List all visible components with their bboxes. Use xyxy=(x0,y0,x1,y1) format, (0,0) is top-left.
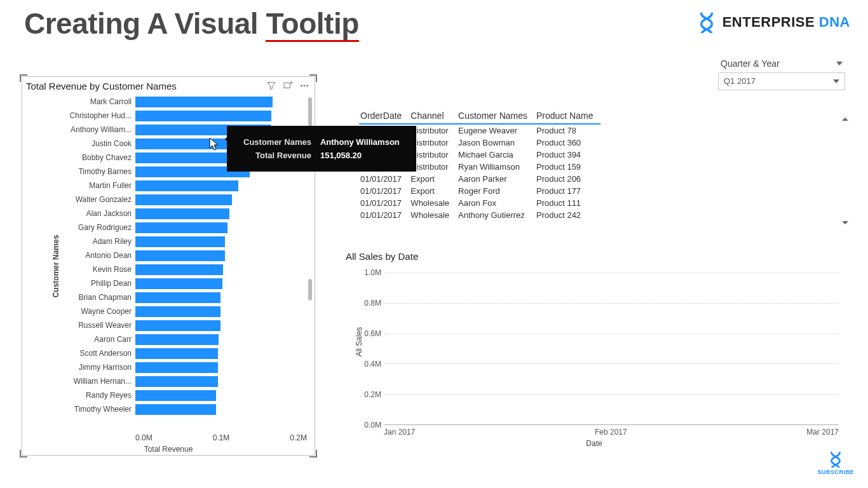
more-options-icon[interactable] xyxy=(299,81,309,91)
bar-category-label: Christopher Hud... xyxy=(22,111,135,120)
bar-category-label: Scott Anderson xyxy=(22,349,135,358)
visual-title: All Sales by Date xyxy=(346,251,845,262)
table-cell: Anthony Gutierrez xyxy=(457,209,535,221)
bar[interactable] xyxy=(135,194,232,205)
bar[interactable] xyxy=(135,236,225,247)
x-tick: Jan 2017 xyxy=(384,428,415,437)
bar-row[interactable]: Phillip Dean xyxy=(22,276,315,290)
bar[interactable] xyxy=(135,306,220,317)
bar-category-label: Russell Weaver xyxy=(22,321,135,330)
table-cell: Export xyxy=(409,185,457,197)
bar-row[interactable]: Russell Weaver xyxy=(22,318,315,332)
bar[interactable] xyxy=(135,250,225,261)
bar[interactable] xyxy=(135,404,216,415)
y-tick: 0.6M xyxy=(343,329,381,338)
svg-point-1 xyxy=(301,85,302,86)
x-tick: 0.1M xyxy=(213,433,230,442)
table-header[interactable]: Channel xyxy=(409,108,457,124)
bar[interactable] xyxy=(135,334,219,345)
bar-category-label: Antonio Dean xyxy=(22,251,135,260)
bar[interactable] xyxy=(135,292,220,303)
all-sales-by-date-visual[interactable]: All Sales by Date All Sales Jan 2017 Feb… xyxy=(343,251,845,448)
tooltip-value: Anthony Williamson xyxy=(316,136,403,148)
bar[interactable] xyxy=(135,264,223,275)
bar[interactable] xyxy=(135,320,220,331)
page-title: Creating A Visual Tooltip xyxy=(24,6,359,41)
page-title-text2: Tooltip xyxy=(266,7,358,42)
scroll-up-arrow-icon[interactable] xyxy=(842,114,848,121)
bar[interactable] xyxy=(135,222,227,233)
table-scrollbar[interactable] xyxy=(841,114,850,229)
bar-row[interactable]: Antonio Dean xyxy=(22,248,315,262)
table-cell: Distributor xyxy=(409,124,457,137)
bar-row[interactable]: Brian Chapman xyxy=(22,290,315,304)
bar-row[interactable]: Wayne Cooper xyxy=(22,304,315,318)
table-header[interactable]: Customer Names xyxy=(457,108,535,124)
bar-category-label: Wayne Cooper xyxy=(22,307,135,316)
table-cell: Distributor xyxy=(409,149,457,161)
table-row[interactable]: 01/01/2017WholesaleAaron FoxProduct 111 xyxy=(359,197,600,209)
slicer-dropdown[interactable]: Q1 2017 xyxy=(718,72,845,90)
table-cell: Michael Garcia xyxy=(457,149,535,161)
bar-row[interactable]: Walter Gonzalez xyxy=(22,193,315,207)
table-cell: Distributor xyxy=(409,137,457,149)
table-row[interactable]: 01/01/2017WholesaleAnthony GutierrezProd… xyxy=(359,209,600,221)
bar-row[interactable]: Randy Reyes xyxy=(22,388,315,402)
bar-category-label: William Hernan... xyxy=(22,377,135,386)
bar-row[interactable]: Martin Fuller xyxy=(22,179,315,193)
chevron-down-icon xyxy=(833,79,839,83)
table-cell: Product 159 xyxy=(535,161,600,173)
sales-table[interactable]: OrderDateChannelCustomer NamesProduct Na… xyxy=(359,108,848,232)
bar[interactable] xyxy=(135,390,216,401)
bar-category-label: Bobby Chavez xyxy=(22,153,135,162)
tooltip-label: Total Revenue xyxy=(240,149,315,161)
bar-row[interactable]: Adam Riley xyxy=(22,234,315,248)
bar-category-label: Gary Rodriguez xyxy=(22,223,135,232)
mouse-cursor-icon xyxy=(209,137,220,151)
x-tick: Mar 2017 xyxy=(806,428,839,437)
bar[interactable] xyxy=(135,208,229,219)
bar-row[interactable]: Kevin Rose xyxy=(22,262,315,276)
table-cell: 01/01/2017 xyxy=(359,209,409,221)
table-header[interactable]: OrderDate xyxy=(359,108,409,124)
bar-row[interactable]: Timothy Wheeler xyxy=(22,402,315,416)
scroll-down-arrow-icon[interactable] xyxy=(842,221,848,227)
bar[interactable] xyxy=(135,278,222,289)
table-row[interactable]: 01/01/2017ExportRoger FordProduct 177 xyxy=(359,185,600,197)
bar-row[interactable]: Gary Rodriguez xyxy=(22,220,315,234)
bar[interactable] xyxy=(135,111,271,121)
bar-row[interactable]: Jimmy Harrison xyxy=(22,360,315,374)
chevron-down-icon[interactable] xyxy=(836,62,843,65)
bar-category-label: Timothy Barnes xyxy=(22,167,135,176)
selection-handle[interactable] xyxy=(20,74,27,82)
focus-mode-icon[interactable] xyxy=(283,81,293,91)
bar-row[interactable]: William Hernan... xyxy=(22,374,315,388)
svg-rect-0 xyxy=(284,83,290,88)
slicer-value: Q1 2017 xyxy=(724,73,756,90)
x-tick: 0.2M xyxy=(290,433,307,442)
bar-row[interactable]: Mark Carroll xyxy=(22,95,315,109)
table-header[interactable]: Product Name xyxy=(535,108,600,124)
y-tick: 0.8M xyxy=(343,299,381,308)
quarter-year-slicer[interactable]: Quarter & Year Q1 2017 xyxy=(718,58,845,90)
filter-icon[interactable] xyxy=(266,81,276,91)
tooltip-value: 151,058.20 xyxy=(316,149,403,161)
bar[interactable] xyxy=(135,376,218,387)
bar[interactable] xyxy=(135,180,238,191)
table-row[interactable]: 01/01/2017ExportAaron ParkerProduct 206 xyxy=(359,173,600,185)
bar-row[interactable]: Scott Anderson xyxy=(22,346,315,360)
dna-icon xyxy=(826,451,845,468)
bar[interactable] xyxy=(135,362,218,373)
bar[interactable] xyxy=(135,348,218,359)
slicer-label: Quarter & Year xyxy=(721,58,780,69)
bar-row[interactable]: Aaron Carr xyxy=(22,332,315,346)
bar-category-label: Brian Chapman xyxy=(22,293,135,302)
bar-row[interactable]: Alan Jackson xyxy=(22,207,315,220)
bar[interactable] xyxy=(135,97,273,107)
table-cell: Product 206 xyxy=(535,173,600,185)
table-cell: Product 111 xyxy=(535,197,600,209)
bar-category-label: Kevin Rose xyxy=(22,265,135,274)
bar-row[interactable]: Christopher Hud... xyxy=(22,109,315,123)
selection-handle[interactable] xyxy=(309,74,317,82)
bar-category-label: Anthony William... xyxy=(22,125,135,134)
